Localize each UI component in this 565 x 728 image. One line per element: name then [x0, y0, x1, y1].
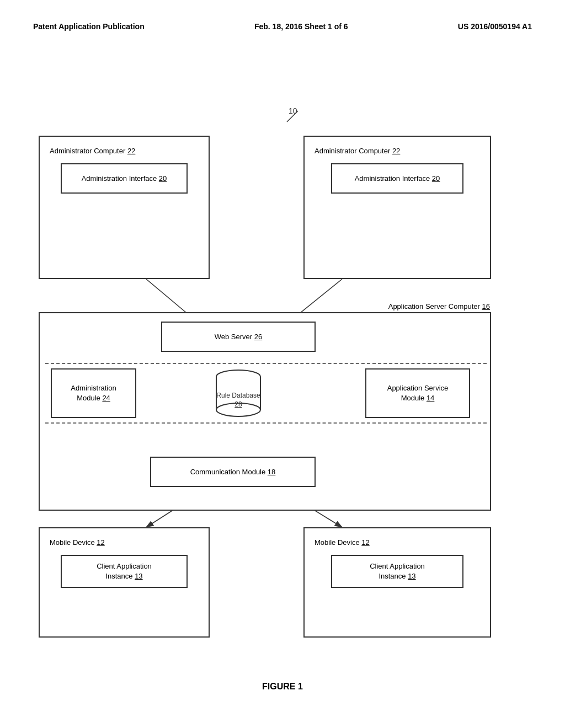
mobile-device-right-box: Mobile Device 12 Client ApplicationInsta… — [303, 527, 491, 638]
header-right: US 2016/0050194 A1 — [458, 22, 532, 31]
client-app-left-box: Client ApplicationInstance 13 — [61, 555, 188, 588]
admin-computer-left-box: Administrator Computer 22 Administration… — [39, 136, 210, 279]
comm-module-box: Communication Module 18 — [150, 457, 316, 487]
svg-text:Rule Database: Rule Database — [216, 392, 260, 399]
app-service-module-box: Application ServiceModule 14 — [365, 368, 470, 418]
admin-interface-right-box: Administration Interface 20 — [331, 163, 463, 194]
client-app-right-box: Client ApplicationInstance 13 — [331, 555, 463, 588]
svg-text:28: 28 — [234, 400, 242, 408]
app-server-computer-box: Application Server Computer 16 Web Serve… — [39, 312, 491, 511]
header-middle: Feb. 18, 2016 Sheet 1 of 6 — [254, 22, 348, 31]
figure-label: FIGURE 1 — [0, 682, 565, 692]
admin-computer-right-box: Administrator Computer 22 Administration… — [303, 136, 491, 279]
header-left: Patent Application Publication — [33, 22, 145, 31]
rule-database: Rule Database 28 — [211, 366, 266, 421]
svg-text:10: 10 — [289, 108, 297, 115]
web-server-box: Web Server 26 — [161, 322, 316, 352]
admin-module-box: AdministrationModule 24 — [51, 368, 136, 418]
admin-interface-left-box: Administration Interface 20 — [61, 163, 188, 194]
diagram-label: 10 — [259, 108, 303, 126]
mobile-device-left-box: Mobile Device 12 Client ApplicationInsta… — [39, 527, 210, 638]
